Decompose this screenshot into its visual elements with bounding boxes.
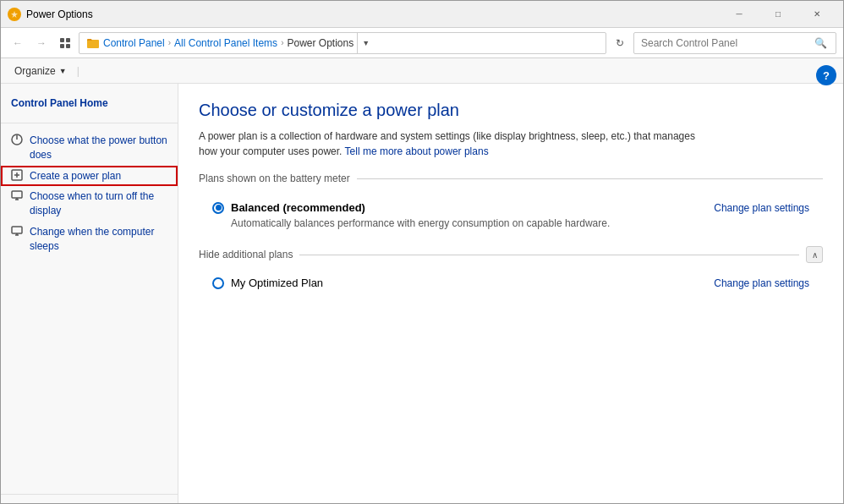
change-settings-balanced[interactable]: Change plan settings bbox=[714, 202, 809, 214]
plan-item-balanced: Balanced (recommended) Change plan setti… bbox=[199, 194, 823, 236]
svg-rect-5 bbox=[87, 40, 99, 48]
content-area: Choose or customize a power plan A power… bbox=[178, 84, 843, 504]
battery-meter-section: Plans shown on the battery meter bbox=[199, 173, 823, 184]
sidebar-item-label: Choose when to turn off the display bbox=[30, 189, 167, 218]
sidebar-item-display[interactable]: Choose when to turn off the display bbox=[1, 186, 178, 222]
svg-rect-11 bbox=[12, 191, 22, 198]
hide-chevron-button[interactable]: ∧ bbox=[806, 246, 823, 263]
sidebar-divider-2 bbox=[1, 494, 178, 495]
sidebar-item-power-button[interactable]: Choose what the power button does bbox=[1, 130, 178, 166]
sleep-icon bbox=[11, 225, 25, 238]
up-button[interactable] bbox=[55, 33, 75, 53]
sidebar-home-link[interactable]: Control Panel Home bbox=[1, 94, 178, 116]
create-plan-icon bbox=[11, 169, 25, 183]
page-title: Choose or customize a power plan bbox=[199, 101, 823, 120]
search-input[interactable] bbox=[641, 37, 812, 49]
breadcrumb-current: Power Options bbox=[287, 37, 353, 49]
sidebar-item-label: Change when the computer sleeps bbox=[30, 225, 167, 254]
sidebar: Control Panel Home Choose what the power… bbox=[1, 84, 178, 504]
back-button[interactable]: ← bbox=[8, 33, 28, 53]
close-button[interactable]: ✕ bbox=[797, 1, 836, 28]
search-bar: 🔍 bbox=[633, 32, 836, 54]
hide-additional-label: Hide additional plans bbox=[199, 249, 293, 260]
svg-rect-4 bbox=[66, 44, 70, 48]
content-description: A power plan is a collection of hardware… bbox=[199, 129, 706, 159]
divider-line-1 bbox=[357, 178, 823, 179]
window-controls: ─ □ ✕ bbox=[720, 1, 836, 28]
toolbar: Organize ▼ | bbox=[1, 58, 843, 84]
hide-divider-line bbox=[299, 255, 799, 255]
breadcrumb-control-panel[interactable]: Control Panel bbox=[103, 37, 165, 49]
plan-desc-balanced: Automatically balances performance with … bbox=[231, 217, 809, 229]
breadcrumb-all-items[interactable]: All Control Panel Items bbox=[174, 37, 277, 49]
svg-rect-14 bbox=[12, 227, 22, 233]
main-layout: Control Panel Home Choose what the power… bbox=[1, 84, 843, 504]
help-button[interactable]: ? bbox=[816, 65, 836, 85]
svg-rect-3 bbox=[60, 44, 64, 48]
sidebar-divider-1 bbox=[1, 123, 178, 123]
organize-button[interactable]: Organize ▼ bbox=[8, 62, 74, 80]
address-bar: ← → Control Panel › All Control Panel It… bbox=[1, 28, 843, 58]
forward-button[interactable]: → bbox=[31, 33, 52, 53]
sidebar-item-sleep[interactable]: Change when the computer sleeps bbox=[1, 222, 178, 257]
plan-name-balanced: Balanced (recommended) bbox=[231, 201, 365, 214]
battery-meter-label: Plans shown on the battery meter bbox=[199, 173, 350, 184]
svg-rect-2 bbox=[66, 38, 70, 42]
radio-optimized[interactable] bbox=[212, 277, 224, 289]
minimize-button[interactable]: ─ bbox=[720, 1, 759, 28]
window-icon bbox=[8, 8, 21, 21]
plan-item-optimized: My Optimized Plan Change plan settings bbox=[199, 270, 823, 299]
see-also-label: See also bbox=[1, 501, 178, 504]
search-icon[interactable]: 🔍 bbox=[812, 35, 829, 52]
folder-icon bbox=[86, 36, 100, 50]
learn-more-link[interactable]: Tell me more about power plans bbox=[345, 145, 489, 157]
hide-additional-section: Hide additional plans ∧ bbox=[199, 246, 823, 263]
title-bar: Power Options ─ □ ✕ bbox=[1, 1, 843, 28]
breadcrumb-container: Control Panel › All Control Panel Items … bbox=[79, 32, 606, 54]
sidebar-item-label: Create a power plan bbox=[30, 169, 121, 184]
radio-balanced[interactable] bbox=[212, 202, 224, 214]
breadcrumb-dropdown[interactable]: ▼ bbox=[357, 32, 374, 54]
display-icon bbox=[11, 189, 25, 203]
sidebar-item-create-plan[interactable]: Create a power plan bbox=[1, 166, 178, 187]
window-title: Power Options bbox=[26, 8, 720, 20]
plan-name-optimized: My Optimized Plan bbox=[231, 277, 323, 289]
change-settings-optimized[interactable]: Change plan settings bbox=[714, 277, 809, 289]
maximize-button[interactable]: □ bbox=[759, 1, 797, 28]
sidebar-item-label: Choose what the power button does bbox=[30, 134, 167, 162]
power-button-icon bbox=[11, 134, 25, 147]
svg-rect-1 bbox=[60, 38, 64, 42]
refresh-button[interactable]: ↻ bbox=[610, 33, 630, 53]
